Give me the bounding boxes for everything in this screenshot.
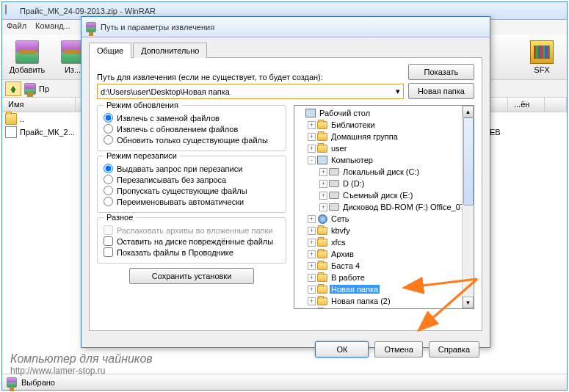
folder-icon xyxy=(317,308,327,308)
tree-item[interactable]: +user xyxy=(296,142,472,154)
drive-icon xyxy=(329,202,339,212)
toolbar-sfx[interactable]: SFX xyxy=(523,40,561,74)
expand-icon[interactable]: + xyxy=(308,121,316,129)
tree-item[interactable]: +Локальный диск (C:) xyxy=(296,166,472,178)
tree-item[interactable]: -Компьютер xyxy=(296,154,472,166)
expand-icon[interactable]: + xyxy=(308,297,316,305)
expand-icon[interactable]: + xyxy=(308,274,316,282)
path-input[interactable]: d:\Users\user\Desktop\Новая папка ▾ xyxy=(97,84,404,99)
tree-label: user xyxy=(330,144,348,153)
tree-item[interactable]: +Новая папка xyxy=(296,283,472,295)
tree-label: Баста 4 xyxy=(330,261,361,270)
folder-icon xyxy=(5,113,17,125)
expand-icon[interactable]: + xyxy=(308,286,316,294)
radio-ask-overwrite[interactable]: Выдавать запрос при перезаписи xyxy=(104,164,280,173)
dialog-titlebar[interactable]: Путь и параметры извлечения xyxy=(81,17,490,37)
new-folder-button[interactable]: Новая папка xyxy=(408,83,474,99)
expand-icon[interactable]: + xyxy=(319,168,327,176)
expand-icon[interactable]: + xyxy=(308,262,316,270)
expand-icon[interactable]: + xyxy=(319,203,327,211)
cancel-button[interactable]: Отмена xyxy=(374,341,422,357)
tree-label: Локальный диск (C:) xyxy=(341,167,421,176)
ok-button[interactable]: ОК xyxy=(315,341,369,357)
expand-icon[interactable]: + xyxy=(308,145,316,153)
tab-general[interactable]: Общие xyxy=(89,43,131,58)
tree-item[interactable]: +Дисковод BD-ROM (F:) Office_07 xyxy=(296,201,472,213)
folder-icon xyxy=(317,143,327,153)
expand-icon[interactable]: + xyxy=(308,133,316,141)
menu-commands[interactable]: Команд... xyxy=(35,21,70,33)
tree-item[interactable]: +kbvfy xyxy=(296,225,472,236)
scroll-down-icon[interactable]: ▼ xyxy=(463,297,474,308)
folder-icon xyxy=(317,131,327,142)
drive-icon xyxy=(329,167,339,177)
scroll-up-icon[interactable]: ▲ xyxy=(463,106,474,117)
drive-icon xyxy=(329,190,339,200)
dialog-title: Путь и параметры извлечения xyxy=(101,23,485,32)
up-button[interactable] xyxy=(5,81,21,96)
tree-label: Компьютер xyxy=(330,156,374,164)
expand-icon[interactable]: + xyxy=(308,215,316,223)
folder-icon xyxy=(317,272,327,283)
tree-label: D (D:) xyxy=(341,179,366,188)
folder-icon xyxy=(317,237,327,247)
folder-icon xyxy=(317,120,327,130)
help-button[interactable]: Справка xyxy=(429,341,479,357)
col-name[interactable]: Имя xyxy=(2,98,76,112)
tree-item[interactable]: +Библиотеки xyxy=(296,119,472,131)
check-show-explorer[interactable]: Показать файлы в Проводнике xyxy=(104,247,280,257)
extract-dialog: Путь и параметры извлечения Общие Дополн… xyxy=(81,16,490,348)
dialog-icon xyxy=(86,22,96,32)
watermark: Компьютер для чайников http://www.lamer-… xyxy=(10,352,153,376)
radio-rename-auto[interactable]: Переименовывать автоматически xyxy=(104,197,280,206)
tree-item[interactable]: Рабочий стол xyxy=(296,107,472,119)
show-button[interactable]: Показать xyxy=(408,64,474,80)
tree-item[interactable]: +В работе xyxy=(296,272,472,283)
tree-item[interactable]: +Архив xyxy=(296,248,472,260)
archive-icon xyxy=(24,83,36,95)
expand-icon[interactable]: + xyxy=(308,227,316,235)
expand-icon[interactable]: + xyxy=(319,192,327,200)
tree-item[interactable]: +Баста 4 xyxy=(296,260,472,272)
menu-file[interactable]: Файл xyxy=(7,21,26,33)
tree-item[interactable]: +xfcs xyxy=(296,236,472,248)
toolbar-add[interactable]: Добавить xyxy=(8,40,46,74)
tree-item[interactable]: +Сеть xyxy=(296,213,472,225)
expand-icon[interactable]: + xyxy=(319,180,327,188)
tab-advanced[interactable]: Дополнительно xyxy=(133,43,207,58)
dropdown-icon[interactable]: ▾ xyxy=(396,87,400,96)
radio-update-existing[interactable]: Обновить только существующие файлы xyxy=(104,135,280,145)
file-icon xyxy=(5,126,17,138)
folder-tree[interactable]: Рабочий стол+Библиотеки+Домашняя группа+… xyxy=(294,105,474,309)
tree-scrollbar[interactable]: ▲ ▼ xyxy=(462,106,474,308)
tree-item[interactable]: +Новая папка (3) xyxy=(296,307,472,308)
radio-skip-existing[interactable]: Пропускать существующие файлы xyxy=(104,186,280,195)
drive-icon xyxy=(329,178,339,189)
tree-label: Домашняя группа xyxy=(330,132,399,141)
radio-overwrite-noask[interactable]: Перезаписывать без запроса xyxy=(104,175,280,184)
folder-icon xyxy=(317,225,327,236)
computer-icon xyxy=(305,108,316,118)
scroll-thumb[interactable] xyxy=(463,117,474,206)
tree-item[interactable]: +Домашняя группа xyxy=(296,131,472,142)
tree-label: Новая папка (2) xyxy=(330,297,392,305)
tree-label: Сеть xyxy=(330,214,350,223)
tree-item[interactable]: +D (D:) xyxy=(296,178,472,189)
expand-icon[interactable]: + xyxy=(308,239,316,247)
tree-item[interactable]: +Съемный диск (E:) xyxy=(296,189,472,201)
folder-icon xyxy=(317,296,327,306)
check-keep-broken[interactable]: Оставить на диске повреждённые файлы xyxy=(104,236,280,246)
group-overwrite-mode: Режим перезаписи Выдавать запрос при пер… xyxy=(97,156,286,213)
col-date[interactable]: ...ён xyxy=(508,98,545,112)
save-settings-button[interactable]: Сохранить установки xyxy=(129,268,254,284)
radio-extract-replace[interactable]: Извлечь с заменой файлов xyxy=(104,113,280,123)
status-text: Выбрано xyxy=(21,378,55,387)
main-title: Прайс_МК_24-09-2013.zip - WinRAR xyxy=(20,7,564,15)
radio-extract-update[interactable]: Извлечь с обновлением файлов xyxy=(104,124,280,134)
tree-label: xfcs xyxy=(330,238,347,247)
expand-icon[interactable]: - xyxy=(308,156,316,164)
addr-label: Пр xyxy=(39,84,49,93)
tree-item[interactable]: +Новая папка (2) xyxy=(296,295,472,307)
winrar-icon xyxy=(5,5,17,17)
expand-icon[interactable]: + xyxy=(308,250,316,258)
